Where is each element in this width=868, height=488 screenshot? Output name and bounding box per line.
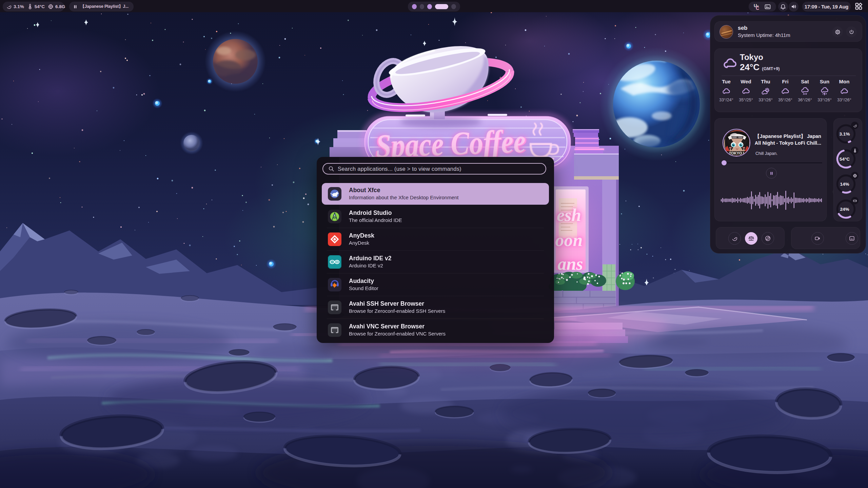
svg-text:TOKYO L: TOKYO L [729,151,746,155]
